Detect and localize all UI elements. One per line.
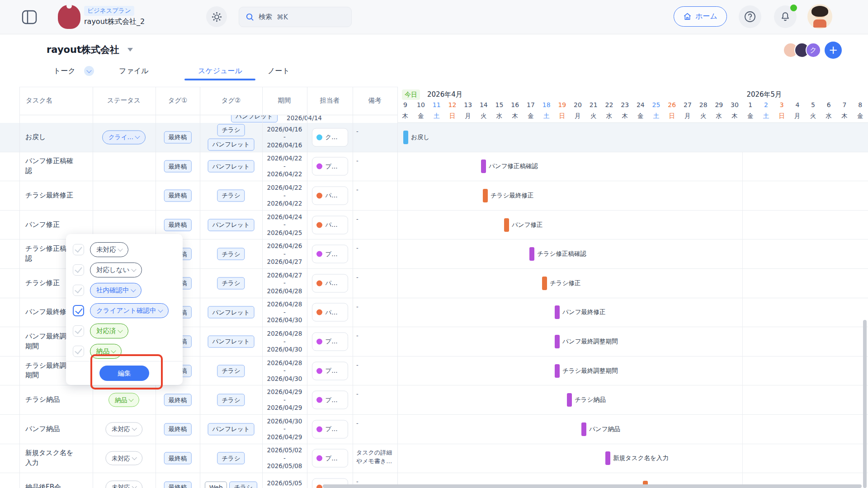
gantt-bar[interactable]	[567, 393, 572, 407]
today-badge[interactable]: 今日	[402, 89, 420, 100]
title-caret-icon[interactable]	[127, 48, 133, 52]
assignee-cell[interactable]: プ…	[312, 332, 348, 351]
note-cell[interactable]: -	[356, 361, 395, 370]
period-cell[interactable]: 2026/04/27-2026/04/28	[267, 271, 302, 295]
tag-pill[interactable]: 最終稿	[164, 131, 192, 143]
talk-dropdown-icon[interactable]	[84, 66, 94, 76]
tag1-cell[interactable]: 最終稿	[164, 452, 192, 465]
status-filter-pill[interactable]: 未対応	[90, 242, 128, 257]
note-cell[interactable]: -	[356, 185, 395, 194]
tag2-cell[interactable]: チラシ	[217, 452, 245, 465]
tag1-cell[interactable]: 最終稿	[164, 394, 192, 406]
assignee-pill[interactable]: プ…	[312, 332, 348, 351]
assignee-pill[interactable]: プ…	[312, 391, 348, 409]
note-cell[interactable]: -	[356, 127, 395, 136]
tag2-cell[interactable]: チラシパンフレット	[208, 124, 255, 150]
filter-option[interactable]: 対応済	[66, 321, 183, 342]
table-row[interactable]: チラシ納品納品最終稿チラシ2026/04/29-2026/04/29プ…-チラシ…	[0, 385, 868, 415]
note-cell[interactable]: タスクの詳細やメモ書き…	[356, 448, 395, 466]
tag-pill[interactable]: 最終稿	[164, 219, 192, 231]
tag-pill[interactable]: 最終稿	[164, 160, 192, 173]
status-filter-pill[interactable]: 対応しない	[90, 263, 142, 277]
period-cell[interactable]: 2026/04/30-2026/04/29	[267, 417, 302, 441]
search-input[interactable]: 検索 ⌘K	[239, 7, 352, 27]
note-cell[interactable]: -	[356, 302, 395, 311]
tag2-cell[interactable]: パンフレット	[208, 335, 255, 347]
tag-pill[interactable]: チラシ	[217, 452, 245, 465]
assignee-pill[interactable]: プ…	[312, 449, 348, 468]
assignee-pill[interactable]: パ…	[312, 186, 348, 205]
tag-pill[interactable]: 最終稿	[164, 189, 192, 202]
tag-pill[interactable]: Web	[205, 481, 227, 488]
gantt-bar[interactable]	[542, 277, 547, 290]
table-row[interactable]: パンフ修正稿確認最終稿パンフレット2026/04/22-2026/04/22プ……	[0, 152, 868, 182]
user-avatar[interactable]	[807, 4, 832, 29]
table-row[interactable]: パンフ納品未対応最終稿パンフレット2026/04/30-2026/04/29プ……	[0, 415, 868, 444]
checkbox-unchecked[interactable]	[73, 264, 84, 276]
filter-option[interactable]: 未対応	[66, 240, 183, 260]
status-pill[interactable]: クライ…	[102, 130, 146, 144]
tab-schedule[interactable]: スケジュール	[198, 66, 242, 76]
status-cell[interactable]: クライ…	[102, 130, 146, 144]
checkbox-unchecked[interactable]	[73, 285, 84, 296]
status-filter-pill[interactable]: クライアント確認中	[90, 303, 169, 318]
notifications-button[interactable]	[774, 5, 797, 28]
assignee-pill[interactable]: パ…	[312, 216, 348, 234]
tag2-cell[interactable]: パンフレット	[208, 306, 255, 319]
assignee-pill[interactable]: プ…	[312, 245, 348, 263]
tag-pill[interactable]: パンフレット	[208, 160, 255, 173]
assignee-cell[interactable]: プ…	[312, 361, 348, 380]
tag-pill[interactable]: 最終稿	[164, 394, 192, 406]
gantt-bar[interactable]	[483, 189, 488, 202]
tag2-cell[interactable]: チラシ	[217, 277, 245, 289]
tag-pill[interactable]: チラシ	[217, 277, 245, 289]
assignee-pill[interactable]: パ…	[312, 274, 348, 292]
tag1-cell[interactable]: 最終稿	[164, 189, 192, 202]
note-cell[interactable]: -	[356, 419, 395, 428]
period-cell[interactable]: 2026/04/24-2026/04/25	[267, 213, 302, 237]
assignee-cell[interactable]: プ…	[312, 245, 348, 263]
checkbox-unchecked[interactable]	[73, 244, 84, 255]
gantt-bar[interactable]	[555, 305, 560, 319]
checkbox-checked[interactable]	[73, 305, 84, 316]
gantt-bar[interactable]	[555, 335, 560, 348]
note-cell[interactable]: -	[356, 389, 395, 399]
tag2-cell[interactable]: チラシ	[217, 394, 245, 406]
assignee-pill[interactable]: ク…	[312, 128, 348, 146]
note-cell[interactable]: -	[356, 156, 395, 165]
status-pill[interactable]: 納品	[108, 393, 139, 407]
filter-option[interactable]: 社内確認中	[66, 281, 183, 301]
workspace-logo[interactable]	[58, 5, 80, 29]
period-cell[interactable]: 2026/04/29-2026/04/29	[267, 388, 302, 412]
status-filter-pill[interactable]: 対応済	[90, 324, 128, 338]
assignee-cell[interactable]: パ…	[312, 303, 348, 322]
assignee-cell[interactable]: パ…	[312, 274, 348, 292]
gantt-bar[interactable]	[529, 247, 534, 261]
add-member-button[interactable]: +	[825, 42, 842, 59]
tag1-cell[interactable]: 最終稿	[164, 481, 192, 488]
tab-files[interactable]: ファイル	[119, 66, 149, 76]
tag-pill[interactable]: パンフレット	[208, 306, 255, 319]
tag2-cell[interactable]: パンフレット	[208, 423, 255, 435]
tag-pill[interactable]: パンフレット	[208, 335, 255, 347]
filter-option[interactable]: クライアント確認中	[66, 301, 183, 321]
tag1-cell[interactable]: 最終稿	[164, 219, 192, 231]
gantt-bar[interactable]	[403, 131, 408, 144]
horizontal-scrollbar[interactable]	[323, 484, 862, 488]
assignee-cell[interactable]: パ…	[312, 216, 348, 234]
tag1-cell[interactable]: 最終稿	[164, 131, 192, 143]
gantt-bar[interactable]	[555, 364, 560, 378]
tag-pill[interactable]: チラシ	[217, 365, 245, 377]
tag-pill[interactable]: 最終稿	[164, 452, 192, 465]
gantt-bar[interactable]	[605, 451, 610, 465]
tag-pill[interactable]: チラシ	[217, 248, 245, 260]
assignee-cell[interactable]: プ…	[312, 420, 348, 438]
status-pill[interactable]: 未対応	[105, 480, 142, 488]
gantt-bar[interactable]	[504, 218, 509, 232]
tag-pill[interactable]: パンフレット	[208, 219, 255, 231]
status-cell[interactable]: 未対応	[105, 422, 142, 436]
member-initial-badge[interactable]: ク	[806, 42, 821, 58]
note-cell[interactable]: -	[356, 331, 395, 340]
status-cell[interactable]: 未対応	[105, 451, 142, 465]
tag-pill[interactable]: チラシ	[217, 394, 245, 406]
